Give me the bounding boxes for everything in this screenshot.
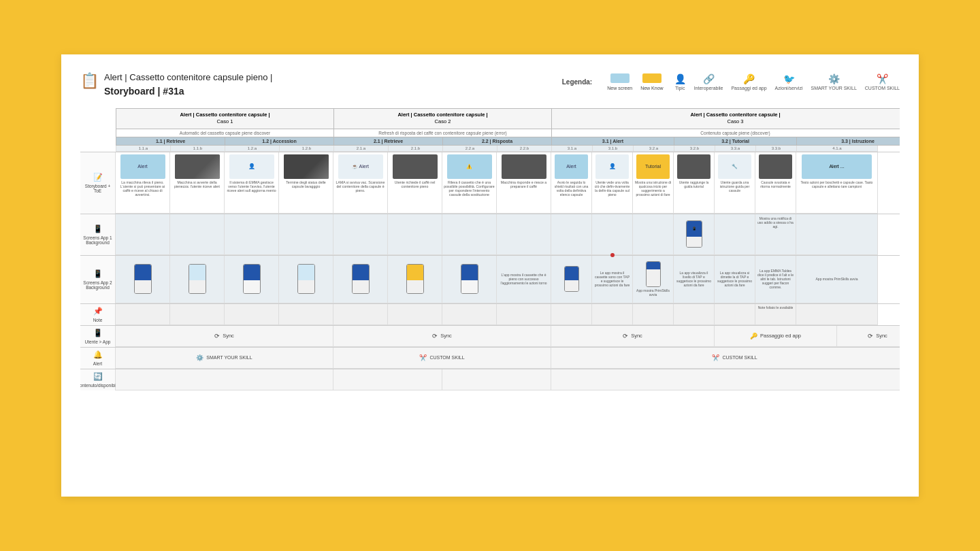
app1-cell-1-2b: [279, 214, 333, 255]
sb-cell-1-2b: Termine degli status delle capsule lavag…: [279, 152, 333, 214]
custom-icon-alert-c3: ✂️: [712, 354, 719, 361]
phone-mockup-3-2b: 📱: [686, 220, 702, 248]
phone-3-1a: [564, 266, 579, 292]
passaggi-icon-case3: 🔑: [750, 333, 757, 339]
phone-1-2b: [297, 264, 315, 294]
app2-cell-1-1b: [170, 256, 225, 303]
note-cell-1-1a: [116, 304, 170, 325]
app1-cell-2-2a: [442, 214, 497, 255]
sb-image-1-1b-machine: [175, 154, 220, 179]
step-3-1a: 3.1.a: [551, 146, 592, 152]
sb-cell-3-2a: Tutorial Mostra una istruzione di qualco…: [633, 152, 674, 214]
sb-cell-1-1a: Alert La macchina rileva il pieno. L'ute…: [116, 152, 170, 214]
phone-2-1a: [352, 264, 370, 294]
app2-cell-3-3a: La app visualizza si dimette la di TAP e…: [715, 256, 755, 303]
title-line1: Alert | Cassetto contenitore capsule pie…: [104, 71, 272, 84]
legend-label: Legenda:: [562, 78, 592, 86]
case3-title: Alert | Cassetto contenitore capsule |: [556, 112, 900, 119]
custom-icon-alert-c2: ✂️: [419, 354, 427, 361]
sb-cell-3-1a: Alert Avvio le seguida lo shield risulta…: [551, 152, 592, 214]
smart-icon: ⚙️: [828, 73, 840, 84]
sb-image-3-3a-icon: 🔧: [718, 154, 752, 179]
sync-label-case3a: Sync: [631, 333, 642, 339]
cases-header-row: Alert | Cassetto contenitore capsule | C…: [116, 108, 900, 129]
app1-cell-1-1b: [170, 214, 225, 255]
case1-step2-header: 1.2 | Accession: [225, 137, 333, 146]
note-row: 📌 Note Note foliato le available: [80, 303, 900, 325]
case2-subtitle: Refresh di risposta del caffè con conten…: [333, 129, 551, 137]
phone-1-2a: [243, 264, 261, 294]
legend-azioni: 🐦 Azioni/servizi: [775, 73, 803, 90]
step-3-3a: 3.3.a: [715, 146, 755, 152]
sb-image-2-2b-machine: [502, 154, 546, 179]
sync-label-case4: Sync: [876, 333, 887, 339]
case1-subtitle: Automatic del cassetto capsule piene dis…: [116, 129, 333, 137]
storyboard-row-label: 📝 Storyboard + ToE: [80, 152, 116, 214]
note-cell-3-1b: [592, 304, 633, 325]
note-cell-1-2b: [279, 304, 333, 325]
passaggi-icon: 🔑: [743, 73, 755, 84]
case2-num: Caso 2: [338, 118, 547, 126]
sb-cell-2-2b: Macchina risponde e riesce a preparare i…: [497, 152, 551, 214]
sb-image-1-2a-icon: 👤: [229, 154, 274, 179]
sb-caption-1-1b: Macchina si avverte della pienezza: l'ut…: [172, 180, 223, 188]
sb-image-3-3b-machine: [759, 154, 793, 179]
note-text: Note: [93, 318, 103, 322]
contenuto-row: 🔄 Contenuto/disponibile: [80, 369, 900, 390]
legend-label-interoperabile: Interoperabile: [694, 86, 723, 90]
legend-smart: ⚙️ SMART YOUR SKILL: [811, 73, 856, 90]
sb-caption-4-1a: Testo azioni per boschetti e capsule cas…: [798, 180, 876, 188]
interoperabile-icon: 🔗: [703, 73, 715, 84]
app1-cell-3-3b: Mostra una notifica di uso addio a stess…: [755, 214, 796, 255]
app2-note-4: App mostra PrimSkills avvia: [815, 276, 860, 282]
legend-tipic: 👤 Tipic: [674, 73, 686, 90]
sb-caption-1-2b: Termine degli status delle capsule lavag…: [280, 180, 331, 188]
sb-cell-2-1a: ☕ Alert LAMA si avvisa vac. Scansione de…: [333, 152, 388, 214]
case1-num: Caso 1: [120, 118, 329, 126]
sb-image-1-2b-machine2: [284, 154, 329, 179]
user-app-row: 📱 Utente > App ⟳ Sync ⟳ Sync ⟳ Sync: [80, 325, 900, 347]
legend-label-custom: CUSTOM SKILL: [865, 86, 900, 90]
legend-new-know: New Know: [640, 73, 663, 90]
case3-num: Caso 3: [556, 118, 900, 126]
legend-color-new-know: [642, 73, 662, 83]
legend-label-azioni: Azioni/servizi: [775, 86, 803, 90]
app1-cell-3-2a: [633, 214, 674, 255]
sb-image-3-1b-person: 👤: [595, 154, 630, 179]
note-cell-2-2b: [497, 304, 551, 325]
sb-caption-3-3b: Cassule svuotata e ritorna normalmente: [757, 180, 794, 188]
note-label: 📌 Note: [80, 304, 116, 325]
contenuto-text: Contenuto/disponibile: [80, 383, 119, 388]
sb-cell-2-2a: ⚠️ Rileva il cassetto che è una possibil…: [442, 152, 497, 214]
app2-note-2-2b: L'app mostra il cassette che è pieno con…: [497, 271, 551, 287]
screen-app2-row: 📱 Screens App 2 Background: [80, 255, 900, 303]
header-area: 📋 Alert | Cassetto contenitore capsule p…: [80, 71, 900, 99]
screen-app1-text: Screens App 1 Background: [82, 235, 114, 245]
custom-label-alert-c3: CUSTOM SKILL: [722, 355, 757, 360]
app1-cell-1-1a: [116, 214, 170, 255]
legend-color-new-screen: [610, 73, 630, 83]
alert-case1: ⚙️ SMART YOUR SKILL: [116, 348, 333, 369]
app2-cell-4-1a: App mostra PrimSkills avvia: [796, 256, 878, 303]
note-cell-3-2b: [674, 304, 715, 325]
contenuto-case3: [551, 369, 900, 390]
note-cell-2-1a: [333, 304, 388, 325]
storyboard-scroll[interactable]: Alert | Cassetto contenitore capsule | C…: [80, 108, 900, 390]
sb-cell-1-1b: Macchina si avverte della pienezza: l'ut…: [170, 152, 225, 214]
screen-app1-icon: 📱: [93, 224, 103, 233]
sb-caption-2-2a: Rileva il cassetto che è una possibile p…: [444, 180, 495, 197]
alert-row: 🔔 Alert ⚙️ SMART YOUR SKILL ✂️ CUSTOM SK…: [80, 347, 900, 369]
app1-note-3-3b: Mostra una notifica di uso addio a stess…: [755, 214, 796, 231]
sb-image-2-1b-machine: [393, 154, 438, 179]
contenuto-case2b: [442, 369, 551, 390]
case3-header: Alert | Cassetto contenitore capsule | C…: [551, 108, 900, 129]
storyboard-icon: 📝: [93, 173, 103, 182]
legend-custom: ✂️ CUSTOM SKILL: [865, 73, 900, 90]
app2-cell-2-1b: [388, 256, 442, 303]
app2-cell-1-1a: [116, 256, 170, 303]
document-icon: 📋: [80, 72, 99, 90]
screen-app2-text: Screens App 2 Background: [82, 280, 114, 290]
sb-caption-3-1b: Utente vede una volta ciò che defin-tiva…: [593, 180, 631, 197]
smart-icon-alert-c1: ⚙️: [196, 354, 203, 361]
legend-label-new-know: New Know: [640, 86, 663, 90]
